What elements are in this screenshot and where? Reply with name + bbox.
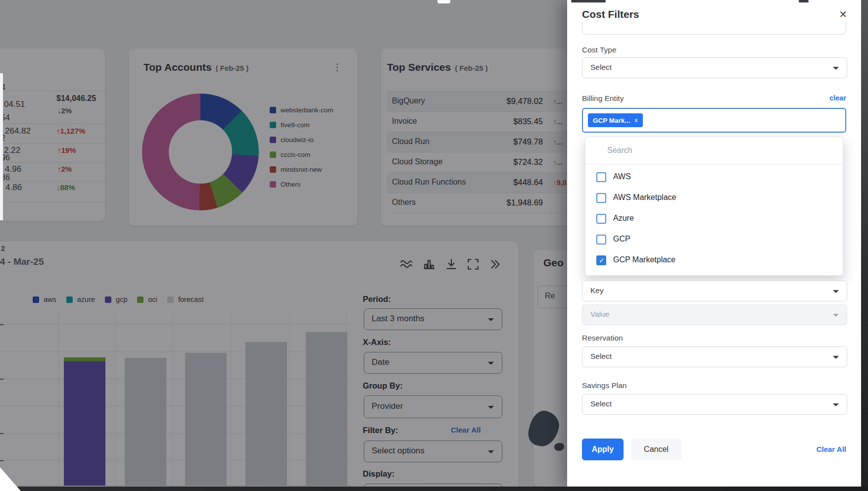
reservation-select[interactable]: Select xyxy=(582,346,847,367)
clipped-content-fragment xyxy=(799,0,809,2)
reservation-value: Select xyxy=(590,352,612,361)
checkbox[interactable] xyxy=(596,172,606,182)
reservation-label: Reservation xyxy=(582,334,623,343)
cancel-button[interactable]: Cancel xyxy=(630,439,682,460)
option-aws[interactable]: AWS xyxy=(585,168,843,188)
option-label: Azure xyxy=(613,214,634,223)
option-label: GCP xyxy=(613,235,630,244)
value-value: Value xyxy=(590,310,610,319)
chevron-down-icon xyxy=(833,67,839,70)
option-gcp-marketplace[interactable]: GCP Marketplace xyxy=(585,251,843,271)
chevron-down-icon xyxy=(833,403,839,406)
selected-tag[interactable]: GCP Mark... x xyxy=(588,113,643,127)
close-icon[interactable]: ✕ xyxy=(839,8,847,20)
savings-plan-value: Select xyxy=(590,399,612,408)
option-label: AWS Marketplace xyxy=(613,193,676,202)
screen: 4 04.51 $14,046.25 ↓2% 54 264.82 ↑1,127%… xyxy=(0,0,868,491)
screen-edge-strip xyxy=(0,73,3,220)
chevron-down-icon xyxy=(833,290,839,293)
search-input[interactable]: Search xyxy=(607,146,632,155)
cost-type-select[interactable]: Select xyxy=(582,57,847,78)
window-bottom-edge xyxy=(3,487,868,491)
value-select: Value xyxy=(582,304,847,325)
apply-button[interactable]: Apply xyxy=(582,439,624,460)
cost-type-value: Select xyxy=(590,63,612,72)
option-azure[interactable]: Azure xyxy=(585,209,843,229)
billing-clear-link[interactable]: clear xyxy=(829,94,846,102)
option-aws-marketplace[interactable]: AWS Marketplace xyxy=(585,189,843,208)
checkbox[interactable] xyxy=(596,235,606,245)
key-value: Key xyxy=(590,286,604,295)
billing-entity-multiselect[interactable]: GCP Mark... x xyxy=(582,108,846,133)
window-right-shadow xyxy=(861,0,868,487)
billing-entity-label: Billing Entity xyxy=(582,94,624,103)
savings-plan-select[interactable]: Select xyxy=(582,394,847,415)
cost-filters-dialog: Cost Filters ✕ Cost Type Select Billing … xyxy=(567,0,861,487)
chevron-down-icon xyxy=(833,314,839,317)
option-label: GCP Marketplace xyxy=(613,255,675,264)
key-select[interactable]: Key xyxy=(582,281,847,301)
option-label: AWS xyxy=(613,172,631,181)
top-notch xyxy=(437,0,450,3)
chevron-down-icon xyxy=(833,356,839,359)
checkbox[interactable] xyxy=(596,214,606,224)
clipped-content-fragment xyxy=(571,0,606,2)
clipped-input-bottom xyxy=(582,22,846,35)
dialog-title: Cost Filters xyxy=(582,8,639,20)
option-gcp[interactable]: GCP xyxy=(585,230,843,250)
dialog-clear-all-link[interactable]: Clear All xyxy=(817,445,846,453)
checkbox[interactable] xyxy=(596,255,606,265)
selected-tag-label: GCP Mark... xyxy=(593,117,630,124)
billing-entity-dropdown: Search AWS AWS Marketplace Azure GCP GCP… xyxy=(585,137,843,276)
checkbox[interactable] xyxy=(596,193,606,203)
savings-plan-label: Savings Plan xyxy=(582,381,627,390)
cost-type-label: Cost Type xyxy=(582,46,617,54)
tag-remove-icon[interactable]: x xyxy=(635,117,638,124)
